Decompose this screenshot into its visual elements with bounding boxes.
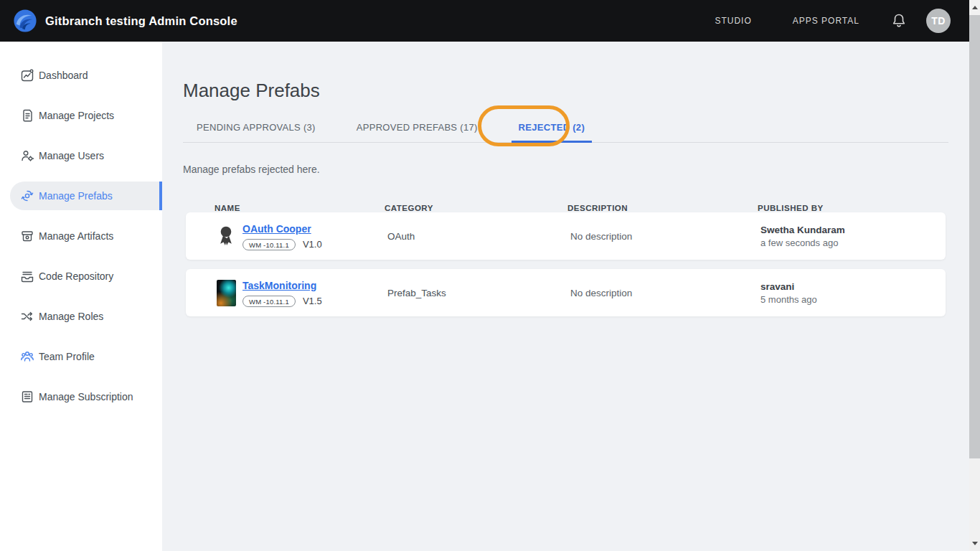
admin-console-app: Gitbranch testing Admin Console STUDIO A… (0, 0, 969, 551)
sidebar-item-label: Manage Artifacts (39, 230, 113, 242)
prefab-thumbnail (217, 280, 236, 306)
scrollbar-up-arrow-icon[interactable] (972, 6, 978, 9)
sidebar-item-label: Code Repository (39, 270, 113, 282)
sidebar-item-label: Manage Prefabs (39, 190, 113, 202)
sidebar-nav: Dashboard Manage Projects (0, 42, 162, 551)
user-avatar[interactable]: TD (926, 9, 951, 33)
prefab-name-link[interactable]: OAuth Cooper (242, 223, 311, 235)
tab-bar: PENDING APPROVALS (3) APPROVED PREFABS (… (183, 112, 948, 143)
artifacts-icon (20, 229, 34, 243)
sidebar-item-label: Manage Projects (39, 110, 114, 121)
wavemaker-logo-icon (13, 9, 37, 33)
sidebar-item-label: Manage Users (39, 150, 104, 161)
sidebar-item-manage-prefabs[interactable]: Manage Prefabs (10, 182, 162, 210)
top-bar: Gitbranch testing Admin Console STUDIO A… (0, 0, 969, 42)
notifications-bell-icon[interactable] (892, 13, 906, 29)
category-cell: OAuth (387, 231, 570, 242)
sidebar-item-label: Manage Roles (39, 311, 103, 322)
wm-version-chip: WM -10.11.1 (242, 296, 296, 307)
description-cell: No description (570, 288, 760, 298)
page-title: Manage Prefabs (183, 42, 948, 101)
tab-pending-approvals[interactable]: PENDING APPROVALS (3) (189, 112, 323, 143)
tab-description: Manage prefabs rejected here. (183, 164, 948, 175)
tab-rejected[interactable]: REJECTED (2) (512, 112, 592, 143)
dashboard-icon (20, 68, 34, 83)
sidebar-item-dashboard[interactable]: Dashboard (10, 61, 162, 90)
main-content: Manage Prefabs PENDING APPROVALS (3) APP… (162, 42, 969, 551)
sidebar-item-label: Manage Subscription (39, 391, 133, 402)
column-header-description: DESCRIPTION (567, 204, 758, 212)
column-header-published-by: PUBLISHED BY (758, 204, 948, 212)
scrollbar-down-arrow-icon[interactable] (972, 542, 978, 545)
team-profile-icon (20, 349, 34, 364)
column-header-name: NAME (215, 204, 385, 212)
tab-approved-prefabs[interactable]: APPROVED PREFABS (17) (349, 112, 485, 143)
sidebar-item-manage-users[interactable]: Manage Users (10, 141, 162, 170)
description-cell: No description (570, 231, 760, 242)
sidebar-item-manage-artifacts[interactable]: Manage Artifacts (10, 222, 162, 250)
prefab-name-link[interactable]: TaskMonitoring (242, 280, 316, 291)
table-row: TaskMonitoring WM -10.11.1 V1.5 Prefab_T… (186, 269, 946, 316)
vertical-scrollbar[interactable] (969, 0, 980, 551)
published-by-name: sravani (760, 281, 946, 292)
studio-link[interactable]: STUDIO (715, 16, 751, 26)
published-time: a few seconds ago (760, 237, 946, 248)
published-time: 5 months ago (760, 294, 946, 305)
sidebar-item-label: Dashboard (39, 70, 88, 81)
table-row: OAuth Cooper WM -10.11.1 V1.0 OAuth No d… (186, 212, 946, 260)
sidebar-item-manage-subscription[interactable]: Manage Subscription (10, 382, 162, 411)
sidebar-item-team-profile[interactable]: Team Profile (10, 342, 162, 371)
prefab-version: V1.5 (303, 296, 322, 306)
code-repository-icon (20, 269, 34, 283)
table-header-row: NAME CATEGORY DESCRIPTION PUBLISHED BY (183, 204, 948, 212)
app-title: Gitbranch testing Admin Console (45, 14, 237, 28)
sidebar-item-code-repository[interactable]: Code Repository (10, 262, 162, 291)
category-cell: Prefab_Tasks (387, 288, 570, 298)
prefabs-icon (20, 189, 34, 203)
prefab-version: V1.0 (303, 239, 322, 250)
roles-shuffle-icon (20, 309, 34, 324)
subscription-icon (20, 390, 34, 404)
sidebar-item-manage-projects[interactable]: Manage Projects (10, 101, 162, 130)
sidebar-item-manage-roles[interactable]: Manage Roles (10, 302, 162, 331)
projects-icon (20, 108, 34, 123)
scrollbar-thumb[interactable] (969, 15, 980, 458)
medal-icon (215, 225, 237, 248)
sidebar-item-label: Team Profile (39, 351, 95, 362)
users-icon (20, 149, 34, 163)
apps-portal-link[interactable]: APPS PORTAL (793, 16, 859, 26)
wm-version-chip: WM -10.11.1 (242, 239, 296, 250)
column-header-category: CATEGORY (385, 204, 567, 212)
published-by-name: Swetha Kundaram (760, 225, 946, 235)
